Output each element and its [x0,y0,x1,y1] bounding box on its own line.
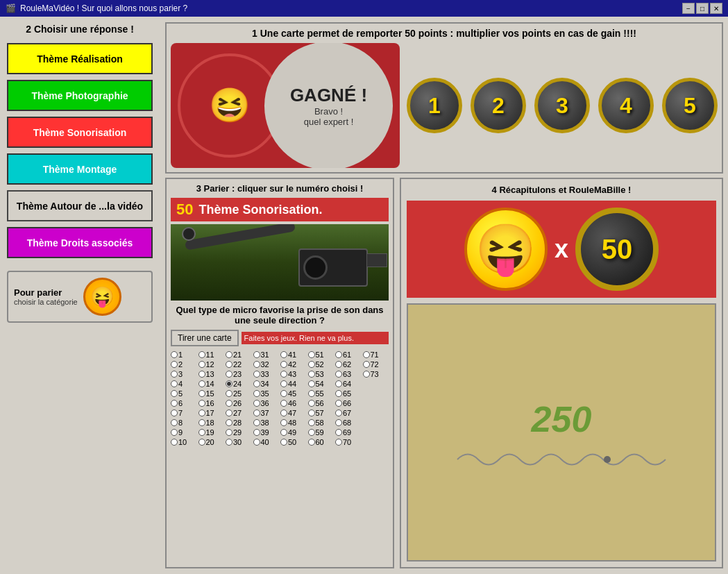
radio-70[interactable] [335,439,342,446]
radio-40[interactable] [253,439,260,446]
theme-sonorisation-button[interactable]: Thème Sonorisation [7,117,153,148]
question-image [171,224,389,301]
grid-cell: 59 [308,428,335,437]
radio-45[interactable] [280,390,287,397]
radio-27[interactable] [226,410,232,416]
score-display: 250 [407,303,716,562]
grid-num-41: 41 [288,351,298,359]
theme-photographie-button[interactable]: Thème Photographie [7,80,153,111]
radio-57[interactable] [308,410,315,416]
radio-56[interactable] [308,400,315,407]
radio-33[interactable] [253,371,260,378]
minimize-button[interactable]: − [682,3,695,14]
radio-3[interactable] [171,371,178,378]
radio-34[interactable] [253,380,260,387]
radio-60[interactable] [308,439,315,446]
coin-2[interactable]: 2 [471,78,526,133]
radio-51[interactable] [308,351,315,358]
radio-59[interactable] [308,429,315,436]
radio-32[interactable] [253,361,260,368]
radio-19[interactable] [198,429,205,436]
radio-38[interactable] [253,419,260,426]
radio-13[interactable] [198,371,205,378]
coin-5[interactable]: 5 [662,78,718,133]
radio-6[interactable] [171,400,178,407]
radio-21[interactable] [226,351,232,358]
radio-62[interactable] [335,361,342,368]
radio-48[interactable] [280,419,287,426]
radio-1[interactable] [171,351,178,358]
radio-29[interactable] [226,429,232,436]
theme-montage-button[interactable]: Thème Montage [7,153,153,185]
radio-43[interactable] [280,371,287,378]
radio-71[interactable] [363,351,370,358]
tirer-carte-button[interactable]: Tirer une carte [171,330,239,346]
radio-35[interactable] [253,390,260,397]
radio-49[interactable] [280,429,287,436]
coin-4[interactable]: 4 [598,78,654,133]
radio-28[interactable] [226,419,232,426]
radio-69[interactable] [335,429,342,436]
radio-5[interactable] [171,390,178,397]
radio-67[interactable] [335,410,342,416]
radio-72[interactable] [363,361,370,368]
radio-37[interactable] [253,410,260,416]
radio-41[interactable] [280,351,287,358]
radio-31[interactable] [253,351,260,358]
radio-12[interactable] [198,361,205,368]
radio-26[interactable] [226,400,232,407]
theme-autour-button[interactable]: Thème Autour de ...la vidéo [7,190,153,221]
radio-4[interactable] [171,380,178,387]
grid-num-26: 26 [233,399,243,407]
radio-47[interactable] [280,410,287,416]
radio-22[interactable] [226,361,232,368]
grid-cell: 14 [198,380,225,388]
radio-50[interactable] [280,439,287,446]
radio-17[interactable] [198,410,205,416]
close-button[interactable]: ✕ [710,3,722,14]
radio-36[interactable] [253,400,260,407]
radio-7[interactable] [171,410,178,416]
radio-46[interactable] [280,400,287,407]
radio-2[interactable] [171,361,178,368]
radio-18[interactable] [198,419,205,426]
radio-14[interactable] [198,380,205,387]
radio-66[interactable] [335,400,342,407]
radio-11[interactable] [198,351,205,358]
bravo-text: Bravo ! [314,106,343,117]
grid-num-6: 6 [178,399,188,407]
radio-9[interactable] [171,429,178,436]
radio-54[interactable] [308,380,315,387]
theme-realisation-button[interactable]: Thème Réalisation [7,43,153,74]
radio-8[interactable] [171,419,178,426]
app-icon: 🎬 [6,3,16,13]
radio-52[interactable] [308,361,315,368]
radio-20[interactable] [198,439,205,446]
radio-42[interactable] [280,361,287,368]
radio-16[interactable] [198,400,205,407]
coin-3[interactable]: 3 [534,78,590,133]
radio-10[interactable] [171,439,178,446]
radio-39[interactable] [253,429,260,436]
radio-73[interactable] [363,371,370,378]
coin-1[interactable]: 1 [407,78,462,133]
radio-68[interactable] [335,419,342,426]
radio-55[interactable] [308,390,315,397]
grid-num-31: 31 [261,351,271,359]
radio-23[interactable] [226,371,232,378]
radio-58[interactable] [308,419,315,426]
radio-15[interactable] [198,390,205,397]
radio-44[interactable] [280,380,287,387]
radio-24[interactable] [226,380,232,387]
radio-64[interactable] [335,380,342,387]
radio-25[interactable] [226,390,232,397]
radio-30[interactable] [226,439,232,446]
maximize-button[interactable]: □ [696,3,709,14]
theme-droits-button[interactable]: Thème Droits associés [7,227,153,258]
radio-65[interactable] [335,390,342,397]
grid-cell: 28 [226,419,252,427]
grid-num-71: 71 [371,351,380,359]
radio-53[interactable] [308,371,315,378]
radio-61[interactable] [335,351,342,358]
radio-63[interactable] [335,371,342,378]
